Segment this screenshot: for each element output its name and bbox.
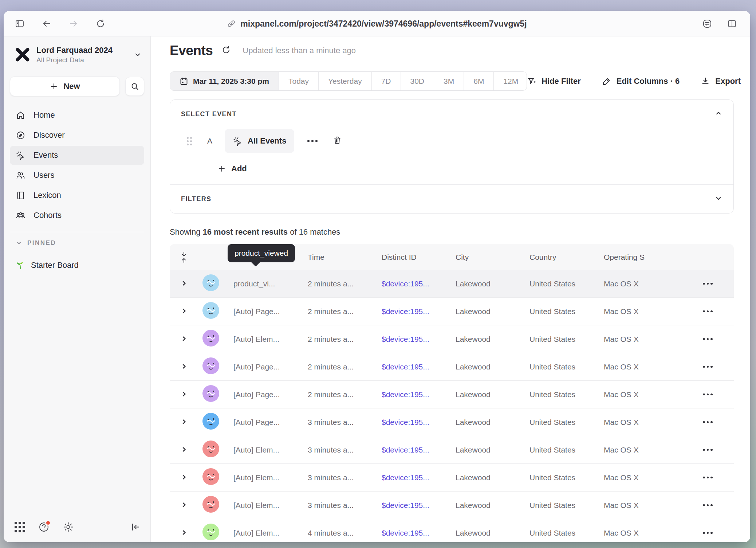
header-distinct-id[interactable]: Distinct ID: [382, 253, 456, 262]
sidebar-item-discover[interactable]: Discover: [10, 126, 144, 145]
apps-grid-icon[interactable]: [15, 522, 25, 532]
event-name[interactable]: [Auto] Page...: [233, 390, 308, 399]
sort-icon[interactable]: [170, 251, 202, 263]
search-button[interactable]: [125, 77, 144, 96]
event-selector-chip[interactable]: All Events: [225, 129, 294, 153]
table-row[interactable]: [Auto] Page... 2 minutes a... $device:19…: [170, 381, 734, 408]
distinct-id-link[interactable]: $device:195...: [382, 418, 456, 427]
pinned-section-header[interactable]: PINNED: [4, 239, 150, 247]
add-event-button[interactable]: Add: [217, 164, 247, 173]
table-row[interactable]: [Auto] Page... 2 minutes a... $device:19…: [170, 298, 734, 325]
help-icon[interactable]: [38, 521, 50, 533]
new-button[interactable]: New: [10, 77, 120, 96]
row-menu-icon[interactable]: [703, 477, 713, 479]
distinct-id-link[interactable]: $device:195...: [382, 335, 456, 344]
address-bar[interactable]: mixpanel.com/project/3472420/view/397469…: [227, 11, 527, 36]
expand-row-icon[interactable]: [181, 307, 187, 316]
header-os[interactable]: Operating S: [604, 253, 686, 262]
date-preset-button[interactable]: 7D: [371, 72, 401, 90]
distinct-id-link[interactable]: $device:195...: [382, 446, 456, 454]
table-row[interactable]: [Auto] Elem... 2 minutes a... $device:19…: [170, 325, 734, 353]
expand-row-icon[interactable]: [181, 501, 187, 510]
back-icon[interactable]: [42, 19, 52, 29]
table-row[interactable]: [Auto] Elem... 3 minutes a... $device:19…: [170, 464, 734, 492]
expand-section-icon[interactable]: [714, 194, 722, 204]
sidebar-item-starter-board[interactable]: Starter Board: [10, 256, 144, 274]
expand-row-icon[interactable]: [181, 418, 187, 427]
row-menu-icon[interactable]: [703, 310, 713, 313]
distinct-id-link[interactable]: $device:195...: [382, 390, 456, 399]
distinct-id-link[interactable]: $device:195...: [382, 307, 456, 316]
date-preset-button[interactable]: Yesterday: [318, 72, 371, 90]
table-row[interactable]: product_vi... 2 minutes a... $device:195…: [170, 270, 734, 298]
date-preset-button[interactable]: 3M: [434, 72, 464, 90]
sidebar-item-users[interactable]: Users: [10, 166, 144, 185]
row-menu-icon[interactable]: [703, 283, 713, 285]
date-preset-button[interactable]: 30D: [401, 72, 434, 90]
distinct-id-link[interactable]: $device:195...: [382, 529, 456, 537]
row-menu-icon[interactable]: [703, 394, 713, 396]
table-row[interactable]: [Auto] Page... 3 minutes a... $device:19…: [170, 408, 734, 436]
row-menu-icon[interactable]: [703, 421, 713, 423]
distinct-id-link[interactable]: $device:195...: [382, 501, 456, 510]
drag-handle-icon[interactable]: [187, 137, 192, 145]
event-name[interactable]: product_vi...: [233, 279, 308, 288]
row-menu-icon[interactable]: [703, 504, 713, 506]
date-preset-button[interactable]: 12M: [493, 72, 527, 90]
reload-icon[interactable]: [95, 19, 106, 29]
page-settings-icon[interactable]: [702, 19, 712, 29]
sidebar-item-home[interactable]: Home: [10, 106, 144, 125]
expand-row-icon[interactable]: [181, 390, 187, 399]
date-preset-button[interactable]: 6M: [464, 72, 493, 90]
event-name[interactable]: [Auto] Elem...: [233, 529, 308, 537]
event-more-options-icon[interactable]: [307, 140, 318, 142]
gear-icon[interactable]: [63, 521, 74, 533]
expand-row-icon[interactable]: [181, 473, 187, 482]
expand-row-icon[interactable]: [181, 335, 187, 344]
header-country[interactable]: Country: [529, 253, 604, 262]
row-menu-icon[interactable]: [703, 449, 713, 451]
row-menu-icon[interactable]: [703, 532, 713, 534]
event-name[interactable]: [Auto] Elem...: [233, 335, 308, 344]
event-name[interactable]: [Auto] Page...: [233, 418, 308, 427]
event-name[interactable]: [Auto] Page...: [233, 363, 308, 371]
event-name[interactable]: [Auto] Page...: [233, 307, 308, 316]
collapse-section-icon[interactable]: [714, 109, 722, 119]
header-city[interactable]: City: [456, 253, 529, 262]
refresh-icon[interactable]: [221, 45, 231, 56]
distinct-id-link[interactable]: $device:195...: [382, 279, 456, 288]
table-row[interactable]: [Auto] Page... 2 minutes a... $device:19…: [170, 353, 734, 381]
sidebar-item-lexicon[interactable]: Lexicon: [10, 186, 144, 205]
header-time[interactable]: Time: [308, 253, 382, 262]
table-row[interactable]: [Auto] Elem... 3 minutes a... $device:19…: [170, 492, 734, 519]
results-summary: Showing 16 most recent results of 16 mat…: [170, 227, 741, 237]
date-range-selected[interactable]: Mar 11, 2025 3:30 pm: [170, 72, 279, 90]
project-switcher[interactable]: Lord Farquaad 2024 All Project Data: [4, 45, 150, 64]
distinct-id-link[interactable]: $device:195...: [382, 363, 456, 371]
browser-sidebar-toggle-icon[interactable]: [15, 19, 25, 29]
sidebar-item-cohorts[interactable]: Cohorts: [10, 206, 144, 225]
table-row[interactable]: [Auto] Elem... 3 minutes a... $device:19…: [170, 436, 734, 464]
edit-columns-button[interactable]: Edit Columns · 6: [602, 77, 680, 86]
date-preset-button[interactable]: Today: [279, 72, 318, 90]
event-name[interactable]: [Auto] Elem...: [233, 473, 308, 482]
hide-filter-button[interactable]: Hide Filter: [527, 77, 581, 86]
delete-event-icon[interactable]: [332, 135, 342, 147]
event-name[interactable]: [Auto] Elem...: [233, 446, 308, 454]
expand-row-icon[interactable]: [181, 529, 187, 537]
row-menu-icon[interactable]: [703, 366, 713, 368]
event-name[interactable]: [Auto] Elem...: [233, 501, 308, 510]
event-time: 2 minutes a...: [308, 390, 382, 399]
sidebar-item-events[interactable]: Events: [10, 146, 144, 165]
event-avatar: [202, 302, 219, 319]
row-menu-icon[interactable]: [703, 338, 713, 340]
expand-row-icon[interactable]: [181, 279, 187, 288]
expand-row-icon[interactable]: [181, 446, 187, 454]
table-row[interactable]: [Auto] Elem... 4 minutes a... $device:19…: [170, 519, 734, 542]
forward-icon[interactable]: [68, 19, 79, 29]
expand-row-icon[interactable]: [181, 363, 187, 371]
export-button[interactable]: Export: [701, 77, 741, 86]
collapse-sidebar-icon[interactable]: [130, 521, 141, 533]
split-view-icon[interactable]: [727, 19, 737, 29]
distinct-id-link[interactable]: $device:195...: [382, 473, 456, 482]
